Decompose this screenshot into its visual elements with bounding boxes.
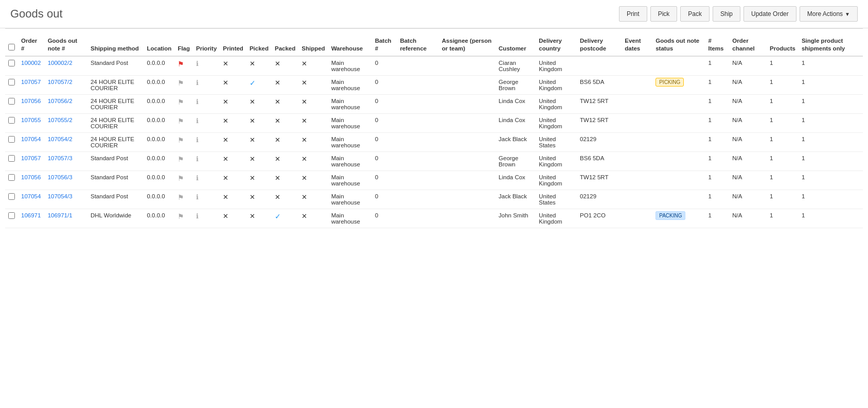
cell-flag[interactable]: ⚑	[174, 209, 193, 228]
status-badge: PACKING	[656, 211, 685, 220]
goods-out-note-link[interactable]: 107054/2	[48, 136, 73, 142]
row-checkbox[interactable]	[8, 212, 15, 219]
select-all-checkbox[interactable]	[8, 44, 15, 50]
cell-batch-num: 0	[372, 75, 397, 94]
table-row: 107054107054/224 HOUR ELITE COURIER0.0.0…	[5, 132, 863, 151]
table-row: 107057107057/3Standard Post0.0.0.0⚑ℹ✕✕✕✕…	[5, 151, 863, 171]
cell-flag[interactable]: ⚑	[174, 75, 193, 94]
cell-flag[interactable]: ⚑	[174, 56, 193, 76]
cell-event-dates	[622, 151, 652, 171]
cell-priority[interactable]: ℹ	[193, 171, 220, 190]
row-checkbox[interactable]	[8, 174, 15, 181]
order-num-link[interactable]: 107055	[21, 117, 41, 123]
cell-items: 1	[705, 56, 729, 76]
cell-flag[interactable]: ⚑	[174, 113, 193, 132]
header-delivery-postcode: Delivery postcode	[577, 34, 622, 56]
cell-delivery-postcode: 02129	[577, 190, 622, 209]
pick-button[interactable]: Pick	[650, 6, 678, 22]
info-icon[interactable]: ℹ	[196, 155, 199, 163]
cell-batch-num: 0	[372, 151, 397, 171]
cell-flag[interactable]: ⚑	[174, 151, 193, 171]
cell-location: 0.0.0.0	[144, 75, 174, 94]
cell-priority[interactable]: ℹ	[193, 113, 220, 132]
pack-button[interactable]: Pack	[680, 6, 710, 22]
update-order-button[interactable]: Update Order	[743, 6, 796, 22]
cell-products: 1	[767, 171, 799, 190]
row-checkbox[interactable]	[8, 98, 15, 105]
info-icon[interactable]: ℹ	[196, 174, 199, 182]
order-num-link[interactable]: 107056	[21, 174, 41, 180]
header-priority: Priority	[193, 34, 220, 56]
goods-out-note-link[interactable]: 106971/1	[48, 212, 73, 218]
info-icon[interactable]: ℹ	[196, 193, 199, 201]
cell-flag[interactable]: ⚑	[174, 132, 193, 151]
info-icon[interactable]: ℹ	[196, 212, 199, 220]
table-row: 106971106971/1DHL Worldwide0.0.0.0⚑ℹ✕✕✓✕…	[5, 209, 863, 228]
goods-out-note-link[interactable]: 107057/2	[48, 79, 73, 85]
info-icon[interactable]: ℹ	[196, 117, 199, 125]
cell-batch-reference	[397, 94, 438, 113]
order-num-link[interactable]: 107054	[21, 193, 41, 199]
goods-out-note-link[interactable]: 100002/2	[48, 60, 73, 66]
cell-delivery-postcode: TW12 5RT	[577, 94, 622, 113]
order-num-link[interactable]: 107057	[21, 79, 41, 85]
cell-shipping-method: Standard Post	[87, 151, 144, 171]
goods-out-note-link[interactable]: 107056/2	[48, 98, 73, 104]
info-icon[interactable]: ℹ	[196, 98, 199, 106]
cell-order-channel: N/A	[729, 94, 767, 113]
order-num-link[interactable]: 107056	[21, 98, 41, 104]
info-icon[interactable]: ℹ	[196, 136, 199, 144]
table-row: 107056107056/3Standard Post0.0.0.0⚑ℹ✕✕✕✕…	[5, 171, 863, 190]
cell-packed: ✕	[272, 132, 298, 151]
print-button[interactable]: Print	[619, 6, 647, 22]
cell-priority[interactable]: ℹ	[193, 209, 220, 228]
goods-out-note-link[interactable]: 107057/3	[48, 155, 73, 161]
cell-batch-num: 0	[372, 94, 397, 113]
row-checkbox[interactable]	[8, 117, 15, 124]
cell-flag[interactable]: ⚑	[174, 94, 193, 113]
row-checkbox[interactable]	[8, 79, 15, 86]
row-checkbox[interactable]	[8, 136, 15, 143]
cell-order-channel: N/A	[729, 132, 767, 151]
ship-button[interactable]: Ship	[713, 6, 740, 22]
cell-priority[interactable]: ℹ	[193, 190, 220, 209]
cell-warehouse: Main warehouse	[328, 151, 372, 171]
shipped-status-icon: ✕	[302, 193, 307, 201]
order-num-link[interactable]: 107057	[21, 155, 41, 161]
cell-priority[interactable]: ℹ	[193, 94, 220, 113]
cell-goods-out-note: 107054/3	[45, 190, 87, 209]
header-order-channel: Order channel	[729, 34, 767, 56]
cell-packed: ✕	[272, 190, 298, 209]
info-icon[interactable]: ℹ	[196, 79, 199, 87]
cell-flag[interactable]: ⚑	[174, 190, 193, 209]
cell-shipped: ✕	[298, 190, 328, 209]
cell-items: 1	[705, 151, 729, 171]
cell-picked: ✕	[246, 132, 272, 151]
cell-flag[interactable]: ⚑	[174, 171, 193, 190]
goods-out-note-link[interactable]: 107056/3	[48, 174, 73, 180]
cell-priority[interactable]: ℹ	[193, 151, 220, 171]
more-actions-label: More Actions	[807, 10, 843, 18]
order-num-link[interactable]: 107054	[21, 136, 41, 142]
cell-goods-out-note-status	[652, 94, 705, 113]
info-icon[interactable]: ℹ	[196, 60, 199, 67]
more-actions-button[interactable]: More Actions ▼	[800, 6, 858, 22]
goods-out-note-link[interactable]: 107054/3	[48, 193, 73, 199]
order-num-link[interactable]: 106971	[21, 212, 41, 218]
order-num-link[interactable]: 100002	[21, 60, 41, 66]
header-batch-num: Batch #	[372, 34, 397, 56]
cell-goods-out-note: 107055/2	[45, 113, 87, 132]
cell-packed: ✕	[272, 113, 298, 132]
cell-delivery-country: United Kingdom	[536, 113, 577, 132]
cell-priority[interactable]: ℹ	[193, 75, 220, 94]
row-checkbox[interactable]	[8, 193, 15, 200]
cell-order-channel: N/A	[729, 75, 767, 94]
row-checkbox[interactable]	[8, 155, 15, 162]
cell-priority[interactable]: ℹ	[193, 56, 220, 76]
cell-priority[interactable]: ℹ	[193, 132, 220, 151]
flag-icon: ⚑	[178, 79, 184, 87]
cell-delivery-country: United Kingdom	[536, 75, 577, 94]
row-checkbox[interactable]	[8, 60, 15, 66]
cell-shipping-method: 24 HOUR ELITE COURIER	[87, 75, 144, 94]
goods-out-note-link[interactable]: 107055/2	[48, 117, 73, 123]
